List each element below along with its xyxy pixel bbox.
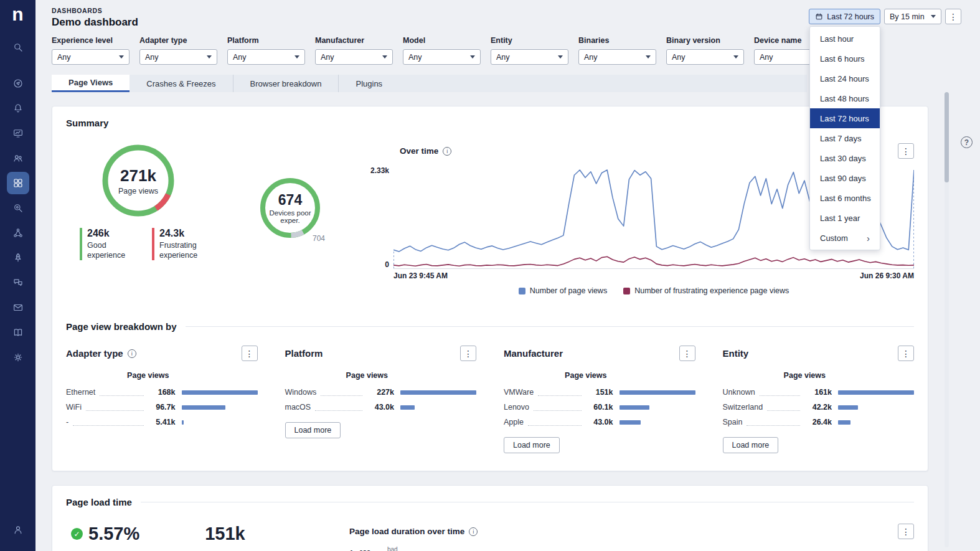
interval-select[interactable]: By 15 min	[884, 9, 941, 24]
select-value: Any	[584, 53, 598, 62]
sidebar-item-campaigns[interactable]	[7, 296, 29, 319]
group-kebab-button[interactable]: ⋮	[242, 346, 258, 361]
legend-swatch-blue	[519, 288, 525, 294]
column-header: Page views	[285, 371, 389, 380]
bar-cell	[613, 390, 695, 395]
group-kebab-button[interactable]: ⋮	[679, 346, 695, 361]
page-views-total: 271k	[120, 166, 156, 186]
sidebar-item-device-search[interactable]	[7, 197, 29, 219]
compass-icon	[12, 78, 24, 89]
table-row: -5.41k	[66, 415, 258, 430]
bar-cell	[394, 405, 476, 410]
bad-threshold-label: bad	[387, 546, 398, 551]
select-value: Any	[57, 53, 71, 62]
load-more-button[interactable]: Load more	[723, 437, 779, 453]
table-row: Spain26.4k	[723, 415, 915, 430]
vertical-scrollbar[interactable]	[945, 92, 949, 547]
time-menu-item[interactable]: Last 48 hours	[810, 88, 880, 108]
chevron-down-icon	[207, 55, 212, 59]
group-kebab-button[interactable]: ⋮	[898, 346, 914, 361]
group-kebab-button[interactable]: ⋮	[460, 346, 476, 361]
time-menu-item[interactable]: Last 7 days	[810, 128, 880, 148]
group-header: Platform ⋮	[285, 346, 477, 361]
sidebar-item-dashboards[interactable]	[7, 172, 29, 194]
filter-binaries: Binaries Any	[578, 36, 656, 65]
tab-crashes-freezes[interactable]: Crashes & Freezes	[130, 75, 232, 92]
sidebar-item-alerts[interactable]	[7, 97, 29, 120]
time-menu-item[interactable]: Last 1 year	[810, 208, 880, 228]
value-bar	[838, 390, 914, 395]
table-row: WiFi96.7k	[66, 400, 258, 415]
tab-page-views[interactable]: Page Views	[52, 75, 130, 92]
time-menu-item[interactable]: Last 72 hours	[810, 108, 880, 128]
row-value: 43.0k	[586, 418, 613, 426]
breakdown-title-row: Page view breakdown by	[66, 321, 914, 332]
time-menu-item[interactable]: Last 6 months	[810, 188, 880, 208]
page-load-chart-header: Page load duration over time i ⋮	[349, 524, 914, 539]
sidebar-item-explore[interactable]	[7, 72, 29, 95]
time-menu-item[interactable]: Last hour	[810, 29, 880, 49]
sidebar-item-library[interactable]	[7, 321, 29, 344]
row-label: Spain	[723, 418, 743, 426]
time-range-button[interactable]: Last 72 hours	[809, 9, 880, 24]
filter-select-binaries[interactable]: Any	[578, 49, 656, 65]
header-kebab-button[interactable]: ⋮	[945, 9, 961, 24]
table-row: Windows227k	[285, 385, 477, 400]
chevron-down-icon	[558, 55, 563, 59]
page-load-card: Page load time ✓ 5.57% 151k Page load du…	[52, 485, 928, 551]
tab-browser-breakdown[interactable]: Browser breakdown	[233, 75, 339, 92]
dotted-leader	[538, 389, 581, 396]
time-menu-item[interactable]: Last 30 days	[810, 148, 880, 168]
load-more-button[interactable]: Load more	[504, 437, 560, 453]
sidebar-item-profile[interactable]	[7, 519, 29, 541]
sidebar-item-chat[interactable]	[7, 271, 29, 294]
over-time-kebab-button[interactable]: ⋮	[898, 143, 914, 159]
row-value: 227k	[367, 388, 394, 397]
sidebar-item-users[interactable]	[7, 147, 29, 169]
time-menu-item[interactable]: Last 6 hours	[810, 49, 880, 68]
table-row: Lenovo60.1k	[504, 400, 695, 415]
info-icon[interactable]: i	[443, 147, 451, 156]
devices-poor-donut-block: 674 Devices poor exper. 704	[222, 143, 365, 295]
breakdown-platform: Platform ⋮ Page views Windows227k macOS4…	[285, 346, 477, 453]
value-bar	[620, 420, 641, 425]
filter-select-entity[interactable]: Any	[491, 49, 568, 65]
info-icon[interactable]: i	[469, 527, 478, 536]
page-load-count-value: 151k	[205, 524, 245, 544]
filter-select-platform[interactable]: Any	[227, 49, 305, 65]
sidebar-item-settings[interactable]	[7, 346, 29, 369]
sidebar-item-hierarchy[interactable]	[7, 222, 29, 244]
page-load-plot[interactable]: bad	[385, 548, 914, 551]
sidebar-item-monitoring[interactable]	[7, 122, 29, 144]
x-end-label: Jun 26 9:30 AM	[860, 271, 914, 280]
time-menu-item[interactable]: Last 24 hours	[810, 68, 880, 88]
time-menu-item[interactable]: Last 90 days	[810, 168, 880, 188]
filter-label: Experience level	[52, 36, 130, 45]
filter-select-experience-level[interactable]: Any	[52, 49, 130, 65]
chat-icon	[12, 277, 24, 288]
dashboards-grid-icon	[12, 177, 24, 189]
filter-select-model[interactable]: Any	[403, 49, 481, 65]
sidebar-item-launch[interactable]	[7, 247, 29, 269]
row-label: Ethernet	[66, 388, 95, 397]
time-menu-item[interactable]: Custom ›	[810, 228, 880, 248]
filter-select-adapter-type[interactable]: Any	[139, 49, 217, 65]
dotted-leader	[747, 419, 800, 426]
filter-select-binary-version[interactable]: Any	[666, 49, 744, 65]
tab-plugins[interactable]: Plugins	[338, 75, 399, 92]
bar-cell	[613, 405, 695, 410]
page-load-kebab-button[interactable]: ⋮	[898, 524, 914, 539]
info-icon[interactable]: i	[128, 349, 136, 358]
app-logo[interactable]: n	[12, 5, 23, 24]
row-label: WiFi	[66, 403, 82, 412]
help-icon[interactable]: ?	[961, 136, 973, 148]
filter-label: Manufacturer	[315, 36, 393, 45]
filter-select-manufacturer[interactable]: Any	[315, 49, 393, 65]
legend-label: Number of frustrating experience page vi…	[634, 286, 789, 295]
scrollbar-thumb[interactable]	[945, 92, 949, 182]
bar-cell	[613, 420, 695, 425]
page-views-label: Page views	[118, 187, 158, 195]
sidebar-item-search[interactable]	[7, 36, 29, 59]
load-more-button[interactable]: Load more	[285, 422, 341, 438]
calendar-icon	[815, 12, 823, 21]
